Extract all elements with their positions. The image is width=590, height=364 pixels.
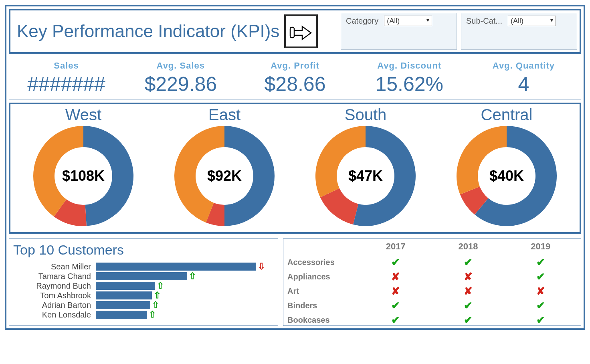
kpi-avg-profit-label: Avg. Profit: [238, 61, 352, 71]
customer-bar-row[interactable]: Tamara Chand ⇧: [13, 271, 274, 281]
matrix-tick-icon: ✔: [432, 299, 505, 312]
donut-center-value: $47K: [348, 168, 383, 184]
trend-up-icon: ⇧: [189, 271, 196, 281]
bar-fill: [96, 282, 155, 290]
region-title: Central: [436, 106, 577, 124]
customer-name: Ken Lonsdale: [13, 310, 93, 320]
matrix-header: 2017 2018 2019: [287, 240, 577, 255]
filter-category: Category (All): [341, 13, 457, 50]
matrix-tick-icon: ✔: [432, 256, 505, 269]
top-customers-bars: Sean Miller ⇩ Tamara Chand ⇧ Raymond Buc…: [13, 262, 274, 320]
matrix-row-label: Appliances: [287, 272, 360, 281]
matrix-year-2019: 2019: [504, 240, 577, 255]
page-title: Key Performance Indicator (KPI)s: [17, 21, 279, 41]
matrix-body: Accessories✔✔✔Appliances✘✘✔Art✘✘✘Binders…: [287, 255, 577, 326]
region-title: South: [295, 106, 436, 124]
kpi-avg-sales-label: Avg. Sales: [123, 61, 238, 71]
customer-name: Adrian Barton: [13, 301, 93, 310]
filter-subcategory-select[interactable]: (All): [508, 16, 556, 26]
matrix-row-label: Binders: [287, 301, 360, 310]
customer-name: Tamara Chand: [13, 272, 93, 281]
region-title: West: [13, 106, 154, 124]
region-donut-west[interactable]: West $108K: [13, 106, 154, 228]
matrix-tick-icon: ✔: [504, 299, 577, 312]
region-donut-central[interactable]: Central $40K: [436, 106, 577, 228]
kpi-avg-quantity: Avg. Quantity 4: [467, 61, 581, 96]
top-customers-title: Top 10 Customers: [13, 242, 274, 258]
kpi-sales-value: #######: [9, 73, 123, 96]
matrix-row: Appliances✘✘✔: [287, 269, 577, 284]
matrix-cross-icon: ✘: [432, 271, 505, 283]
bar-fill: [96, 272, 187, 280]
filter-category-value: (All): [387, 17, 400, 25]
title-box: Key Performance Indicator (KPI)s: [13, 13, 337, 50]
matrix-row: Bookcases✔✔✔: [287, 313, 577, 326]
customer-bar-row[interactable]: Raymond Buch ⇧: [13, 281, 274, 291]
customer-name: Tom Ashbrook: [13, 291, 93, 300]
customer-bar-row[interactable]: Tom Ashbrook ⇧: [13, 291, 274, 300]
matrix-tick-icon: ✔: [360, 299, 432, 312]
matrix-cross-icon: ✘: [432, 285, 505, 297]
filter-subcategory-value: (All): [511, 17, 523, 25]
filter-category-select[interactable]: (All): [384, 16, 432, 26]
bar-fill: [96, 263, 256, 271]
bar-track: ⇧: [96, 281, 274, 291]
matrix-cross-icon: ✘: [360, 285, 432, 297]
bar-track: ⇧: [96, 290, 274, 301]
customer-bar-row[interactable]: Ken Lonsdale ⇧: [13, 310, 274, 320]
kpi-strip: Sales ####### Avg. Sales $229.86 Avg. Pr…: [9, 58, 581, 99]
category-year-matrix: 2017 2018 2019 Accessories✔✔✔Appliances✘…: [283, 239, 581, 326]
filter-subcategory-label: Sub-Cat...: [466, 16, 502, 26]
matrix-tick-icon: ✔: [432, 314, 505, 326]
matrix-tick-icon: ✔: [504, 256, 577, 269]
region-donut-row: West $108K East $92K South $47K Central …: [9, 103, 581, 234]
filter-subcategory: Sub-Cat... (All): [461, 13, 577, 50]
kpi-sales-label: Sales: [9, 61, 123, 71]
matrix-row: Accessories✔✔✔: [287, 255, 577, 269]
donut-center-value: $40K: [489, 168, 524, 184]
kpi-avg-discount-value: 15.62%: [352, 73, 467, 96]
bar-track: ⇧: [96, 309, 274, 320]
bottom-row: Top 10 Customers Sean Miller ⇩ Tamara Ch…: [9, 239, 581, 326]
region-donut-south[interactable]: South $47K: [295, 106, 436, 228]
kpi-avg-profit: Avg. Profit $28.66: [238, 61, 352, 96]
bar-fill: [96, 311, 147, 319]
customer-bar-row[interactable]: Adrian Barton ⇧: [13, 300, 274, 310]
bar-fill: [96, 301, 150, 309]
filter-category-label: Category: [346, 16, 378, 26]
region-donut-east[interactable]: East $92K: [154, 106, 295, 228]
matrix-year-2017: 2017: [360, 240, 432, 255]
donut-chart: $92K: [172, 124, 277, 228]
matrix-cross-icon: ✘: [504, 285, 577, 297]
trend-up-icon: ⇧: [152, 300, 159, 310]
bar-track: ⇩: [96, 261, 274, 272]
kpi-avg-discount: Avg. Discount 15.62%: [352, 61, 467, 96]
kpi-avg-sales: Avg. Sales $229.86: [123, 61, 238, 96]
svg-rect-0: [290, 27, 294, 38]
matrix-tick-icon: ✔: [360, 314, 432, 326]
bar-fill: [96, 291, 152, 299]
pointer-hand-icon[interactable]: [284, 14, 318, 48]
donut-chart: $47K: [313, 124, 418, 228]
trend-up-icon: ⇧: [154, 290, 161, 301]
header-bar: Key Performance Indicator (KPI)s Categor…: [9, 9, 581, 54]
kpi-avg-quantity-label: Avg. Quantity: [467, 61, 581, 71]
customer-bar-row[interactable]: Sean Miller ⇩: [13, 262, 274, 271]
matrix-cross-icon: ✘: [360, 271, 432, 283]
matrix-tick-icon: ✔: [360, 256, 432, 269]
matrix-tick-icon: ✔: [504, 271, 577, 283]
matrix-year-2018: 2018: [432, 240, 505, 255]
bar-track: ⇧: [96, 271, 274, 281]
customer-name: Sean Miller: [13, 262, 93, 271]
matrix-row: Art✘✘✘: [287, 284, 577, 298]
matrix-row-label: Art: [287, 287, 360, 296]
matrix-header-spacer: [287, 240, 360, 255]
matrix-row-label: Accessories: [287, 258, 360, 267]
top-customers-panel: Top 10 Customers Sean Miller ⇩ Tamara Ch…: [9, 239, 278, 326]
matrix-tick-icon: ✔: [504, 314, 577, 326]
matrix-row-label: Bookcases: [287, 315, 360, 325]
bar-track: ⇧: [96, 300, 274, 310]
matrix-row: Binders✔✔✔: [287, 298, 577, 313]
kpi-avg-profit-value: $28.66: [238, 73, 352, 96]
donut-chart: $40K: [455, 124, 559, 228]
